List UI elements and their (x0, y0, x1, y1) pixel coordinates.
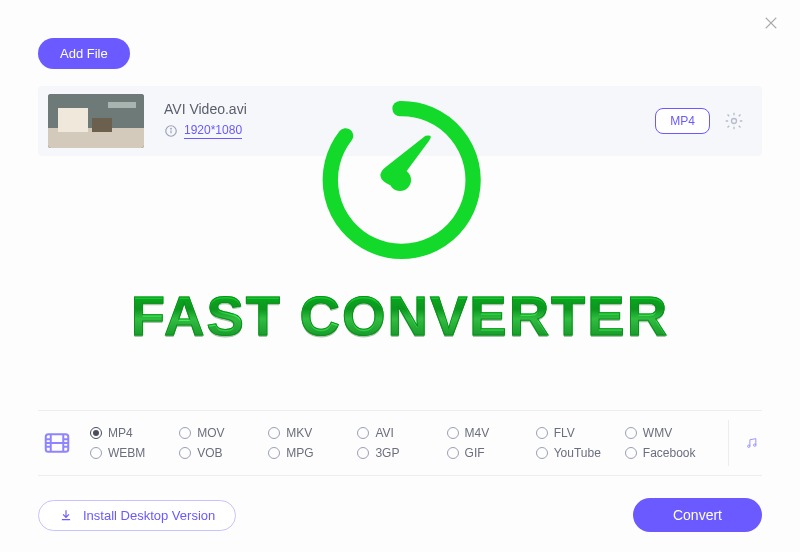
format-label: M4V (465, 426, 490, 440)
radio-icon (268, 447, 280, 459)
format-option-avi[interactable]: AVI (357, 426, 444, 440)
format-label: GIF (465, 446, 485, 460)
format-option-vob[interactable]: VOB (179, 446, 266, 460)
format-label: WEBM (108, 446, 145, 460)
format-option-mpg[interactable]: MPG (268, 446, 355, 460)
close-icon[interactable] (762, 14, 780, 32)
radio-icon (536, 447, 548, 459)
radio-icon (357, 427, 369, 439)
format-option-youtube[interactable]: YouTube (536, 446, 623, 460)
audio-mode-icon[interactable] (728, 420, 758, 466)
format-option-mkv[interactable]: MKV (268, 426, 355, 440)
radio-icon (447, 447, 459, 459)
format-option-webm[interactable]: WEBM (90, 446, 177, 460)
output-format-badge[interactable]: MP4 (655, 108, 710, 134)
gear-icon[interactable] (724, 111, 744, 131)
file-resolution[interactable]: 1920*1080 (164, 123, 242, 139)
svg-point-20 (748, 445, 750, 447)
file-info: AVI Video.avi 1920*1080 (164, 101, 655, 141)
format-label: VOB (197, 446, 222, 460)
format-label: MOV (197, 426, 224, 440)
svg-rect-6 (108, 102, 136, 108)
format-label: FLV (554, 426, 575, 440)
file-name: AVI Video.avi (164, 101, 655, 117)
svg-point-21 (754, 444, 756, 446)
format-label: WMV (643, 426, 672, 440)
format-label: MKV (286, 426, 312, 440)
format-option-3gp[interactable]: 3GP (357, 446, 444, 460)
format-label: Facebook (643, 446, 696, 460)
video-thumbnail (48, 94, 144, 148)
format-option-wmv[interactable]: WMV (625, 426, 712, 440)
file-row: AVI Video.avi 1920*1080 MP4 (38, 86, 762, 156)
format-selector: MP4MOVMKVAVIM4VFLVWMVWEBMVOBMPG3GPGIFYou… (38, 410, 762, 476)
format-option-mp4[interactable]: MP4 (90, 426, 177, 440)
format-label: MPG (286, 446, 313, 460)
format-label: YouTube (554, 446, 601, 460)
format-option-facebook[interactable]: Facebook (625, 446, 712, 460)
format-label: 3GP (375, 446, 399, 460)
download-icon (59, 508, 73, 522)
radio-icon (536, 427, 548, 439)
radio-icon (625, 427, 637, 439)
format-option-mov[interactable]: MOV (179, 426, 266, 440)
install-desktop-button[interactable]: Install Desktop Version (38, 500, 236, 531)
svg-point-9 (171, 128, 172, 129)
format-option-gif[interactable]: GIF (447, 446, 534, 460)
radio-icon (90, 427, 102, 439)
format-option-m4v[interactable]: M4V (447, 426, 534, 440)
radio-icon (179, 447, 191, 459)
format-label: AVI (375, 426, 393, 440)
radio-icon (268, 427, 280, 439)
radio-icon (447, 427, 459, 439)
video-mode-icon[interactable] (42, 428, 72, 458)
convert-button[interactable]: Convert (633, 498, 762, 532)
svg-point-11 (389, 169, 411, 191)
radio-icon (625, 447, 637, 459)
svg-rect-4 (58, 108, 88, 132)
info-icon (164, 124, 178, 138)
radio-icon (357, 447, 369, 459)
bottom-bar: Install Desktop Version Convert (38, 498, 762, 532)
format-label: MP4 (108, 426, 133, 440)
svg-point-10 (732, 119, 737, 124)
install-label: Install Desktop Version (83, 508, 215, 523)
format-option-flv[interactable]: FLV (536, 426, 623, 440)
radio-icon (90, 447, 102, 459)
resolution-text: 1920*1080 (184, 123, 242, 139)
radio-icon (179, 427, 191, 439)
add-file-button[interactable]: Add File (38, 38, 130, 69)
svg-rect-5 (92, 118, 112, 132)
hero-title: FAST CONVERTER (0, 283, 800, 348)
